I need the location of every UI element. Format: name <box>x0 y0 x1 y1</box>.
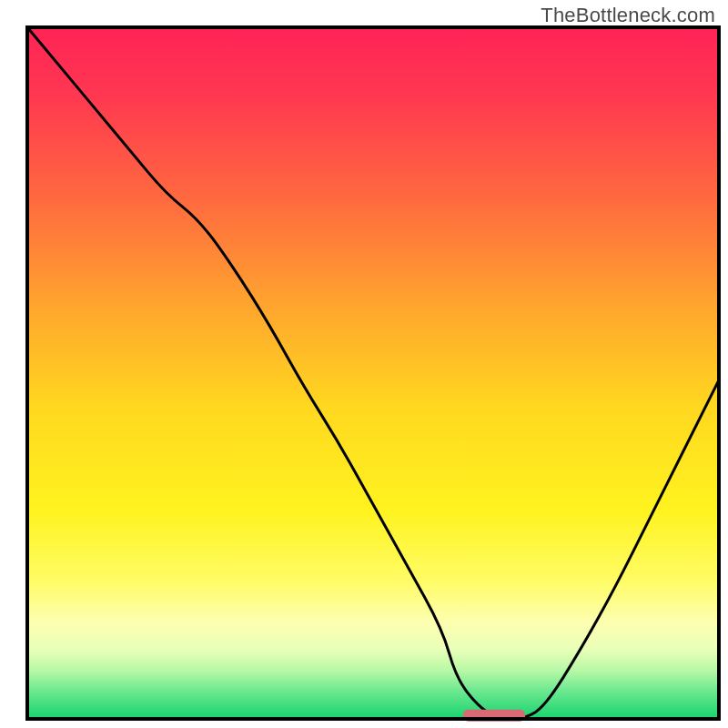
chart-container: TheBottleneck.com <box>0 0 728 728</box>
watermark-text: TheBottleneck.com <box>541 4 715 27</box>
plot-background <box>27 27 719 719</box>
chart-svg <box>0 0 728 728</box>
